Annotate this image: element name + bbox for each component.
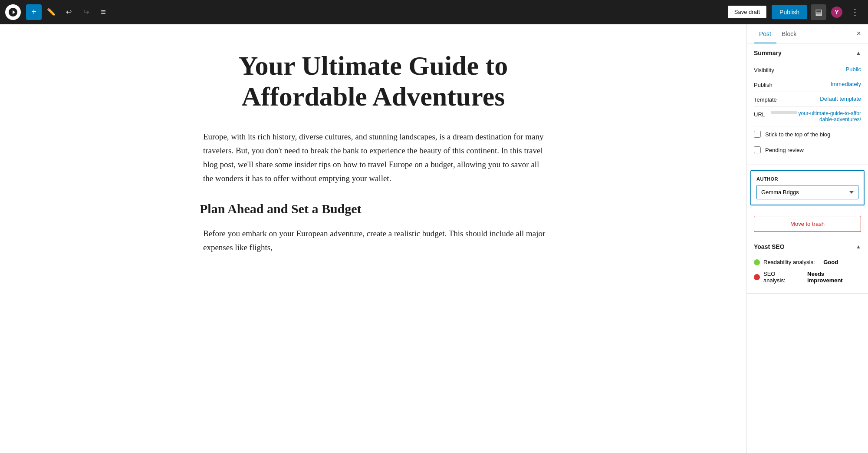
sidebar-tabs: Post Block × [747,24,868,43]
yoast-section: Yoast SEO ▲ Readability analysis: Good S… [747,237,868,294]
visibility-label: Visibility [754,66,774,73]
post-content: Your Ultimate Guide to Affordable Advent… [200,50,547,427]
toolbar: + ✏️ ↩ ↪ ≡ Save draft Publish ▤ Y ⋮ [0,0,868,24]
url-value[interactable]: your-ultimate-guide-to-affordable-advent… [769,110,861,122]
summary-chevron-icon: ▲ [856,50,861,56]
pending-review-label: Pending review [765,147,804,153]
summary-section-body: Visibility Public Publish Immediately Te… [747,63,868,165]
pending-review-checkbox[interactable] [754,146,761,153]
url-row: URL your-ultimate-guide-to-affordable-ad… [754,107,861,126]
author-wrapper: AUTHOR Gemma Briggs [747,165,868,211]
template-value[interactable]: Default template [820,96,861,102]
readability-item: Readability analysis: Good [754,256,861,268]
author-section: AUTHOR Gemma Briggs [750,170,865,205]
seo-value: Needs improvement [807,271,861,284]
visibility-value[interactable]: Public [846,66,861,73]
seo-label: SEO analysis: [763,271,799,284]
redo-button[interactable]: ↪ [78,4,94,20]
tab-block[interactable]: Block [776,24,802,43]
url-label: URL [754,110,765,118]
post-subheading[interactable]: Plan Ahead and Set a Budget [200,202,547,216]
yoast-title: Yoast SEO [754,243,785,250]
summary-title: Summary [754,50,782,56]
undo-button[interactable]: ↩ [61,4,76,20]
add-block-button[interactable]: + [26,4,42,20]
wp-logo [5,4,21,20]
readability-dot-icon [754,259,760,265]
post-body-paragraph2[interactable]: Before you embark on your European adven… [200,227,547,255]
template-label: Template [754,96,777,103]
yoast-section-header[interactable]: Yoast SEO ▲ [747,237,868,256]
edit-mode-button[interactable]: ✏️ [43,4,59,20]
readability-value: Good [823,259,838,265]
author-select[interactable]: Gemma Briggs [756,185,858,199]
yoast-chevron-icon: ▲ [856,244,861,250]
sidebar-toggle-button[interactable]: ▤ [811,4,826,20]
yoast-section-body: Readability analysis: Good SEO analysis:… [747,256,868,293]
seo-item: SEO analysis: Needs improvement [754,268,861,286]
publish-value[interactable]: Immediately [831,81,861,87]
post-title[interactable]: Your Ultimate Guide to Affordable Advent… [200,50,547,112]
author-label: AUTHOR [756,176,858,182]
summary-section-header[interactable]: Summary ▲ [747,43,868,63]
publish-button[interactable]: Publish [772,5,807,19]
close-sidebar-button[interactable]: × [853,24,861,43]
visibility-row: Visibility Public [754,63,861,77]
pending-review-row: Pending review [754,142,861,158]
content-area: Your Ultimate Guide to Affordable Advent… [0,24,746,453]
stick-to-top-checkbox[interactable] [754,131,761,138]
seo-dot-icon [754,274,760,280]
list-view-button[interactable]: ≡ [95,4,111,20]
sidebar: Post Block × Summary ▲ Visibility Public… [746,24,868,453]
svg-text:Y: Y [835,9,839,16]
save-draft-button[interactable]: Save draft [728,6,766,18]
tab-post[interactable]: Post [754,24,776,43]
yoast-icon: Y [830,5,844,19]
publish-label: Publish [754,81,773,88]
publish-row: Publish Immediately [754,77,861,92]
post-body-paragraph[interactable]: Europe, with its rich history, diverse c… [200,130,547,186]
template-row: Template Default template [754,92,861,107]
main-layout: Your Ultimate Guide to Affordable Advent… [0,24,868,453]
stick-to-top-row: Stick to the top of the blog [754,126,861,142]
readability-label: Readability analysis: [763,259,815,265]
more-options-button[interactable]: ⋮ [847,4,863,20]
stick-to-top-label: Stick to the top of the blog [765,131,830,138]
url-slug: your-ultimate-guide-to-affordable-advent… [798,110,861,122]
move-to-trash-button[interactable]: Move to trash [754,216,861,232]
summary-section: Summary ▲ Visibility Public Publish Imme… [747,43,868,165]
